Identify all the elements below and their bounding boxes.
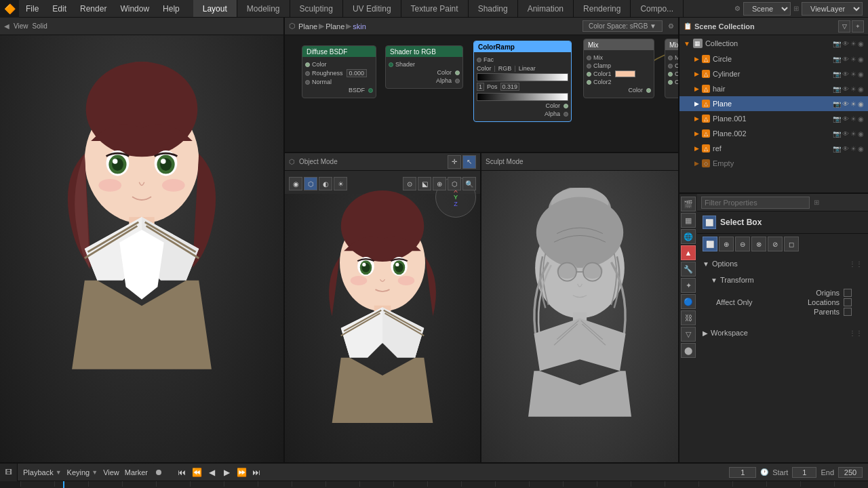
node-diffuse-bsdf[interactable]: Diffuse BSDF Color Roughness 0.000 Norma… bbox=[302, 45, 376, 98]
start-frame-input[interactable]: 1 bbox=[792, 467, 816, 478]
plane-dot[interactable]: ◉ bbox=[858, 100, 864, 108]
tab-animation[interactable]: Animation bbox=[518, 0, 574, 17]
circle-eye[interactable]: 👁 bbox=[842, 56, 849, 63]
p002-dot[interactable]: ◉ bbox=[858, 130, 864, 138]
mode-sub-btn[interactable]: ⊖ bbox=[735, 237, 750, 251]
outliner-plane001[interactable]: ▶ △ Plane.001 📷 👁 ☀ ◉ bbox=[679, 111, 868, 126]
plane-eye[interactable]: 👁 bbox=[842, 100, 849, 108]
hair-dot[interactable]: ◉ bbox=[858, 85, 864, 93]
plane-cam[interactable]: 📷 bbox=[833, 100, 841, 108]
step-back-btn[interactable]: ⏪ bbox=[190, 466, 203, 479]
outliner-filter-btn[interactable]: ▽ bbox=[838, 20, 850, 33]
cyl-cam[interactable]: 📷 bbox=[833, 70, 841, 78]
jump-end-btn[interactable]: ⏭ bbox=[250, 466, 263, 479]
outliner-plane002[interactable]: ▶ △ Plane.002 📷 👁 ☀ ◉ bbox=[679, 126, 868, 141]
vp-material-btn[interactable]: ◐ bbox=[319, 177, 332, 190]
p002-render[interactable]: ☀ bbox=[850, 130, 856, 138]
p001-render[interactable]: ☀ bbox=[850, 115, 856, 123]
props-particles-btn[interactable]: ✦ bbox=[681, 278, 696, 293]
node-shader-to-rgb[interactable]: Shader to RGB Shader Color Alpha bbox=[385, 45, 463, 89]
plane-render[interactable]: ☀ bbox=[850, 100, 856, 108]
locations-checkbox[interactable] bbox=[844, 298, 852, 306]
cyl-eye[interactable]: 👁 bbox=[842, 70, 849, 78]
vp-xray-btn[interactable]: ⬕ bbox=[418, 177, 431, 190]
node-mix-2[interactable]: Mix Mix Clamp Color1 Co bbox=[665, 39, 678, 98]
props-world-btn[interactable]: 🌐 bbox=[681, 229, 696, 244]
vp-solid-btn[interactable]: ⬡ bbox=[304, 177, 317, 190]
p001-cam[interactable]: 📷 bbox=[833, 115, 841, 123]
view-layer-selector[interactable]: ViewLayer bbox=[802, 2, 863, 16]
circle-cam[interactable]: 📷 bbox=[833, 56, 841, 63]
col-render-icon[interactable]: ☀ bbox=[850, 40, 856, 47]
outliner-new-btn[interactable]: + bbox=[852, 20, 864, 33]
vp-cursor-btn[interactable]: ✛ bbox=[448, 155, 461, 169]
p001-dot[interactable]: ◉ bbox=[858, 115, 864, 123]
timeline-scrubber[interactable] bbox=[0, 481, 868, 488]
playback-menu[interactable]: Playback ▼ bbox=[23, 468, 62, 476]
menu-window[interactable]: Window bbox=[113, 0, 156, 17]
node-settings-icon[interactable]: ⚙ bbox=[668, 22, 674, 30]
outliner-circle[interactable]: ▶ △ Circle 📷 👁 ☀ ◉ bbox=[679, 52, 868, 66]
tab-modeling[interactable]: Modeling bbox=[237, 0, 290, 17]
hair-eye[interactable]: 👁 bbox=[842, 85, 849, 93]
col-eye-icon[interactable]: 👁 bbox=[842, 40, 849, 47]
step-forward-btn[interactable]: ⏩ bbox=[235, 466, 248, 479]
tab-layout[interactable]: Layout bbox=[193, 0, 237, 17]
props-constraints-btn[interactable]: ⛓ bbox=[681, 310, 696, 325]
props-data-btn[interactable]: ▽ bbox=[681, 327, 696, 342]
scrubber-track[interactable] bbox=[20, 481, 868, 488]
play-btn[interactable]: ▶ bbox=[220, 466, 233, 479]
origins-checkbox[interactable] bbox=[844, 289, 852, 297]
mode-add-btn[interactable]: ⊕ bbox=[719, 237, 734, 251]
outliner-cylinder[interactable]: ▶ △ Cylinder 📷 👁 ☀ ◉ bbox=[679, 66, 868, 81]
vp-rendered-btn[interactable]: ☀ bbox=[334, 177, 347, 190]
props-modifier-btn[interactable]: 🔧 bbox=[681, 262, 696, 277]
view-menu[interactable]: View bbox=[103, 468, 119, 476]
tab-uvediting[interactable]: UV Editing bbox=[343, 0, 401, 17]
menu-help[interactable]: Help bbox=[156, 0, 186, 17]
outliner-plane[interactable]: ▶ △ Plane 📷 👁 ☀ ◉ bbox=[679, 96, 868, 111]
props-expand-btn[interactable]: ⊞ bbox=[814, 199, 819, 206]
ref-cam[interactable]: 📷 bbox=[833, 145, 841, 152]
parents-checkbox[interactable] bbox=[844, 308, 852, 316]
menu-edit[interactable]: Edit bbox=[45, 0, 73, 17]
circle-render[interactable]: ☀ bbox=[850, 56, 856, 63]
mode-invert-btn[interactable]: ⊘ bbox=[768, 237, 783, 251]
current-frame-display[interactable]: 1 bbox=[729, 467, 756, 478]
menu-render[interactable]: Render bbox=[73, 0, 113, 17]
props-scene-btn[interactable]: 🎬 bbox=[681, 197, 696, 211]
cyl-render[interactable]: ☀ bbox=[850, 70, 856, 78]
sculpt-viewport[interactable]: Sculpt Mode bbox=[481, 153, 678, 462]
node-mix-1[interactable]: Mix Mix Clamp Color1 Co bbox=[583, 39, 654, 98]
node-canvas[interactable]: Diffuse BSDF Color Roughness 0.000 Norma… bbox=[285, 35, 678, 152]
mode-set-btn[interactable]: ⬜ bbox=[703, 237, 717, 251]
hair-render[interactable]: ☀ bbox=[850, 85, 856, 93]
col-camera-icon[interactable]: 📷 bbox=[833, 40, 841, 47]
end-frame-input[interactable]: 250 bbox=[838, 467, 863, 478]
outliner-collection-row[interactable]: ▼ ▦ Collection 📷 👁 ☀ ◉ bbox=[679, 35, 868, 52]
color-space-selector[interactable]: Color Space: sRGB ▼ bbox=[583, 20, 663, 32]
vp-gizmo-btn[interactable]: ⊕ bbox=[433, 177, 446, 190]
outliner-hair[interactable]: ▶ △ hair 📷 👁 ☀ ◉ bbox=[679, 81, 868, 96]
left-viewport[interactable]: ◀ View Solid bbox=[0, 18, 285, 462]
node-editor[interactable]: ⬡ Plane ▶ Plane ▶ skin Color Space: sRGB… bbox=[285, 18, 678, 153]
cyl-dot[interactable]: ◉ bbox=[858, 70, 864, 78]
props-filter-input[interactable] bbox=[701, 197, 810, 209]
ref-render[interactable]: ☀ bbox=[850, 145, 856, 152]
col-hide-icon[interactable]: ◉ bbox=[858, 40, 864, 47]
props-view-btn[interactable]: ▦ bbox=[681, 213, 696, 228]
props-object-btn[interactable]: ▲ bbox=[681, 245, 696, 260]
outliner-ref[interactable]: ▶ △ ref 📷 👁 ☀ ◉ bbox=[679, 141, 868, 156]
tab-compo[interactable]: Compo... bbox=[631, 0, 684, 17]
vp-move-btn[interactable]: ↖ bbox=[462, 155, 476, 169]
vp-editor-type-btn[interactable]: ⬡ bbox=[448, 177, 461, 190]
node-color-ramp[interactable]: ColorRamp Fac Color|RGB|Linear 1 bbox=[473, 41, 572, 122]
hair-cam[interactable]: 📷 bbox=[833, 85, 841, 93]
vp-overlays-btn[interactable]: ⊙ bbox=[403, 177, 416, 190]
p002-cam[interactable]: 📷 bbox=[833, 130, 841, 138]
center-3d-viewport[interactable]: ⬡ Object Mode ✛ ↖ ◉ ⬡ ◐ ☀ ⊙ ⬕ ⊕ bbox=[285, 153, 481, 462]
p002-eye[interactable]: 👁 bbox=[842, 130, 849, 138]
tab-shading[interactable]: Shading bbox=[469, 0, 518, 17]
circle-dot[interactable]: ◉ bbox=[858, 56, 864, 63]
vp-render-toggle[interactable]: ◉ bbox=[289, 177, 302, 190]
